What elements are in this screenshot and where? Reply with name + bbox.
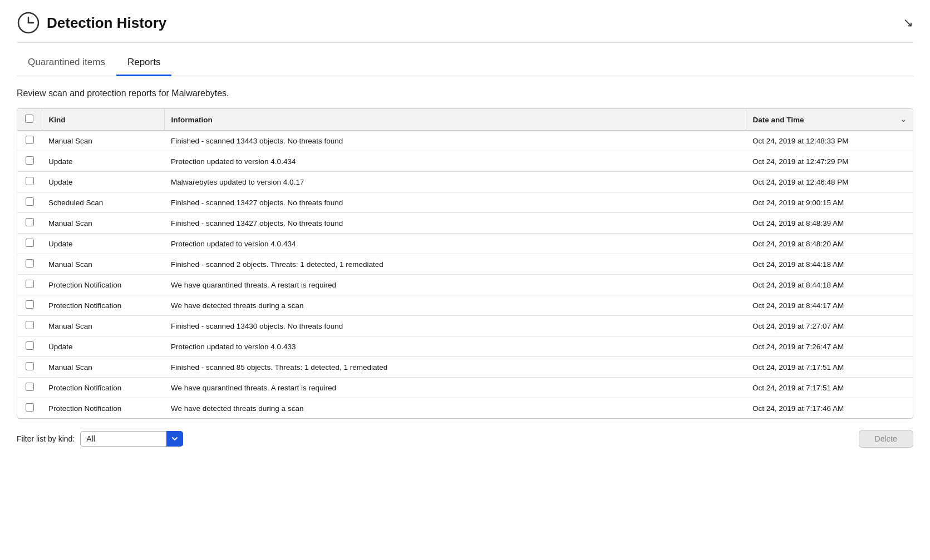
table-row: Manual ScanFinished - scanned 13430 obje… bbox=[17, 316, 913, 336]
row-checkbox-cell[interactable] bbox=[17, 172, 42, 192]
row-checkbox-cell[interactable] bbox=[17, 357, 42, 378]
row-information: Finished - scanned 13427 objects. No thr… bbox=[164, 213, 746, 234]
row-kind: Scheduled Scan bbox=[42, 192, 164, 213]
row-checkbox-cell[interactable] bbox=[17, 151, 42, 172]
row-information: Protection updated to version 4.0.433 bbox=[164, 336, 746, 357]
table-row: Protection NotificationWe have quarantin… bbox=[17, 378, 913, 398]
row-kind: Protection Notification bbox=[42, 398, 164, 419]
filter-label: Filter list by kind: bbox=[17, 434, 75, 443]
row-checkbox-cell[interactable] bbox=[17, 336, 42, 357]
table-scroll-area[interactable]: Kind Information Date and Time ⌄ Manual … bbox=[17, 109, 913, 418]
row-kind: Update bbox=[42, 234, 164, 254]
th-datetime[interactable]: Date and Time ⌄ bbox=[746, 109, 913, 131]
reports-table: Kind Information Date and Time ⌄ Manual … bbox=[17, 109, 913, 418]
row-checkbox-cell[interactable] bbox=[17, 398, 42, 419]
row-checkbox-cell[interactable] bbox=[17, 275, 42, 295]
row-datetime: Oct 24, 2019 at 7:17:51 AM bbox=[746, 357, 913, 378]
filter-select[interactable]: AllManual ScanUpdateScheduled ScanProtec… bbox=[80, 431, 183, 447]
page-header: Detection History ↙ bbox=[17, 11, 913, 43]
row-information: Finished - scanned 2 objects. Threats: 1… bbox=[164, 254, 746, 275]
filter-select-wrapper: AllManual ScanUpdateScheduled ScanProtec… bbox=[80, 431, 183, 447]
tabs-bar: Quarantined items Reports bbox=[17, 48, 913, 76]
row-information: Protection updated to version 4.0.434 bbox=[164, 151, 746, 172]
row-information: We have quarantined threats. A restart i… bbox=[164, 378, 746, 398]
row-kind: Protection Notification bbox=[42, 378, 164, 398]
table-body: Manual ScanFinished - scanned 13443 obje… bbox=[17, 131, 913, 419]
row-checkbox[interactable] bbox=[26, 177, 34, 185]
table-row: Manual ScanFinished - scanned 13443 obje… bbox=[17, 131, 913, 151]
row-checkbox-cell[interactable] bbox=[17, 213, 42, 234]
row-datetime: Oct 24, 2019 at 8:44:18 AM bbox=[746, 275, 913, 295]
row-checkbox[interactable] bbox=[26, 383, 34, 391]
table-row: Manual ScanFinished - scanned 85 objects… bbox=[17, 357, 913, 378]
row-kind: Protection Notification bbox=[42, 295, 164, 316]
row-information: Malwarebytes updated to version 4.0.17 bbox=[164, 172, 746, 192]
tab-quarantined-items[interactable]: Quarantined items bbox=[17, 49, 116, 76]
row-checkbox[interactable] bbox=[26, 341, 34, 350]
sort-chevron-icon[interactable]: ⌄ bbox=[901, 116, 906, 123]
row-checkbox[interactable] bbox=[26, 403, 34, 412]
row-checkbox[interactable] bbox=[26, 197, 34, 206]
table-row: Protection NotificationWe have quarantin… bbox=[17, 275, 913, 295]
row-kind: Update bbox=[42, 172, 164, 192]
row-datetime: Oct 24, 2019 at 8:44:17 AM bbox=[746, 295, 913, 316]
table-row: Manual ScanFinished - scanned 2 objects.… bbox=[17, 254, 913, 275]
table-row: UpdateProtection updated to version 4.0.… bbox=[17, 234, 913, 254]
th-checkbox[interactable] bbox=[17, 109, 42, 131]
select-all-checkbox[interactable] bbox=[25, 115, 33, 123]
page-subtitle: Review scan and protection reports for M… bbox=[17, 88, 913, 98]
row-checkbox[interactable] bbox=[26, 156, 34, 165]
row-datetime: Oct 24, 2019 at 7:27:07 AM bbox=[746, 316, 913, 336]
page-title: Detection History bbox=[47, 14, 166, 32]
row-checkbox-cell[interactable] bbox=[17, 295, 42, 316]
table-row: Protection NotificationWe have detected … bbox=[17, 295, 913, 316]
row-checkbox-cell[interactable] bbox=[17, 192, 42, 213]
row-kind: Protection Notification bbox=[42, 275, 164, 295]
row-checkbox[interactable] bbox=[26, 280, 34, 288]
table-row: Protection NotificationWe have detected … bbox=[17, 398, 913, 419]
row-information: Finished - scanned 85 objects. Threats: … bbox=[164, 357, 746, 378]
row-datetime: Oct 24, 2019 at 12:48:33 PM bbox=[746, 131, 913, 151]
row-checkbox-cell[interactable] bbox=[17, 378, 42, 398]
table-row: Scheduled ScanFinished - scanned 13427 o… bbox=[17, 192, 913, 213]
row-kind: Manual Scan bbox=[42, 357, 164, 378]
th-information[interactable]: Information bbox=[164, 109, 746, 131]
page-footer: Filter list by kind: AllManual ScanUpdat… bbox=[17, 430, 913, 448]
row-checkbox[interactable] bbox=[26, 321, 34, 329]
collapse-icon[interactable]: ↙ bbox=[903, 16, 913, 30]
row-checkbox[interactable] bbox=[26, 239, 34, 247]
th-kind[interactable]: Kind bbox=[42, 109, 164, 131]
row-datetime: Oct 24, 2019 at 12:47:29 PM bbox=[746, 151, 913, 172]
row-checkbox[interactable] bbox=[26, 136, 34, 144]
table-row: UpdateMalwarebytes updated to version 4.… bbox=[17, 172, 913, 192]
row-checkbox[interactable] bbox=[26, 300, 34, 309]
row-kind: Update bbox=[42, 151, 164, 172]
row-checkbox-cell[interactable] bbox=[17, 131, 42, 151]
row-checkbox[interactable] bbox=[26, 362, 34, 370]
header-left: Detection History bbox=[17, 11, 166, 34]
row-information: We have detected threats during a scan bbox=[164, 398, 746, 419]
row-information: Finished - scanned 13443 objects. No thr… bbox=[164, 131, 746, 151]
row-datetime: Oct 24, 2019 at 8:44:18 AM bbox=[746, 254, 913, 275]
row-checkbox-cell[interactable] bbox=[17, 254, 42, 275]
row-information: We have detected threats during a scan bbox=[164, 295, 746, 316]
row-kind: Manual Scan bbox=[42, 316, 164, 336]
row-kind: Update bbox=[42, 336, 164, 357]
row-kind: Manual Scan bbox=[42, 213, 164, 234]
row-checkbox-cell[interactable] bbox=[17, 316, 42, 336]
row-checkbox[interactable] bbox=[26, 218, 34, 226]
row-information: Protection updated to version 4.0.434 bbox=[164, 234, 746, 254]
tab-reports[interactable]: Reports bbox=[116, 49, 172, 76]
delete-button[interactable]: Delete bbox=[859, 430, 913, 448]
row-kind: Manual Scan bbox=[42, 131, 164, 151]
row-datetime: Oct 24, 2019 at 7:26:47 AM bbox=[746, 336, 913, 357]
row-checkbox-cell[interactable] bbox=[17, 234, 42, 254]
row-information: Finished - scanned 13430 objects. No thr… bbox=[164, 316, 746, 336]
row-datetime: Oct 24, 2019 at 7:17:46 AM bbox=[746, 398, 913, 419]
table-header-row: Kind Information Date and Time ⌄ bbox=[17, 109, 913, 131]
row-datetime: Oct 24, 2019 at 8:48:39 AM bbox=[746, 213, 913, 234]
row-information: We have quarantined threats. A restart i… bbox=[164, 275, 746, 295]
reports-table-container: Kind Information Date and Time ⌄ Manual … bbox=[17, 108, 913, 419]
table-row: UpdateProtection updated to version 4.0.… bbox=[17, 151, 913, 172]
row-checkbox[interactable] bbox=[26, 259, 34, 267]
